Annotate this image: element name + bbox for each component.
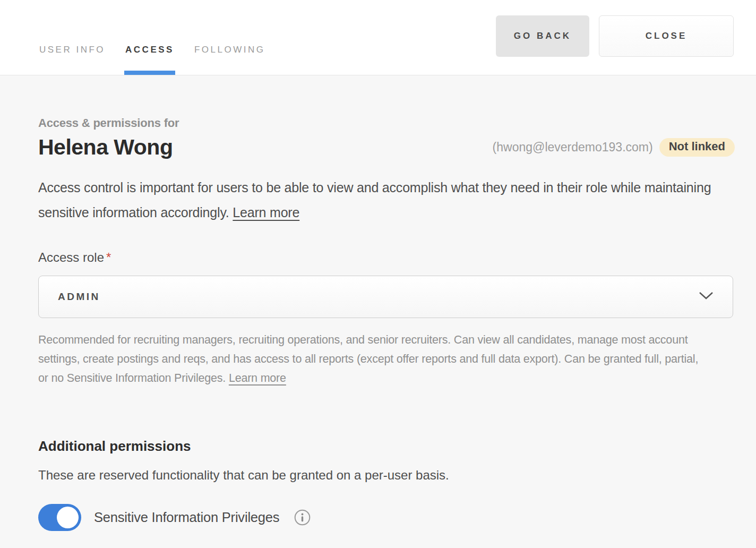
access-role-description: Recommended for recruiting managers, rec… <box>38 330 702 388</box>
access-control-description: Access control is important for users to… <box>38 175 723 225</box>
toggle-knob <box>57 507 79 528</box>
tab-access[interactable]: ACCESS <box>124 45 175 75</box>
required-asterisk: * <box>106 250 111 264</box>
info-icon[interactable] <box>294 509 311 526</box>
sensitive-info-toggle-label: Sensitive Information Privileges <box>94 510 279 525</box>
tab-user-info[interactable]: USER INFO <box>38 45 106 75</box>
user-email: (hwong@leverdemo193.com) <box>493 140 653 155</box>
not-linked-badge: Not linked <box>659 138 735 157</box>
additional-permissions-title: Additional permissions <box>38 438 735 455</box>
modal-header: USER INFO ACCESS FOLLOWING GO BACK CLOSE <box>0 0 756 75</box>
role-learn-more-link[interactable]: Learn more <box>229 372 286 384</box>
go-back-button[interactable]: GO BACK <box>496 15 589 57</box>
sensitive-info-toggle-row: Sensitive Information Privileges <box>38 504 735 531</box>
panel-eyebrow: Access & permissions for <box>38 116 735 130</box>
access-role-description-text: Recommended for recruiting managers, rec… <box>38 333 698 384</box>
intro-learn-more-link[interactable]: Learn more <box>233 205 299 220</box>
user-name: Helena Wong <box>38 135 173 160</box>
header-buttons: GO BACK CLOSE <box>496 15 734 57</box>
access-role-label-text: Access role <box>38 250 104 264</box>
tab-following[interactable]: FOLLOWING <box>193 45 267 75</box>
access-permissions-panel: Access & permissions for Helena Wong (hw… <box>0 75 756 531</box>
tab-bar: USER INFO ACCESS FOLLOWING <box>38 45 266 75</box>
access-role-value: ADMIN <box>58 291 100 303</box>
close-button[interactable]: CLOSE <box>599 15 734 57</box>
sensitive-info-toggle[interactable] <box>38 504 81 531</box>
user-name-row: Helena Wong (hwong@leverdemo193.com) Not… <box>38 135 735 160</box>
additional-permissions-subtitle: These are reserved functionality that ca… <box>38 468 735 483</box>
access-role-select[interactable]: ADMIN <box>38 276 733 318</box>
access-role-label: Access role* <box>38 250 735 265</box>
chevron-down-icon <box>699 292 714 302</box>
user-meta: (hwong@leverdemo193.com) Not linked <box>493 138 735 157</box>
access-control-description-text: Access control is important for users to… <box>38 180 711 220</box>
